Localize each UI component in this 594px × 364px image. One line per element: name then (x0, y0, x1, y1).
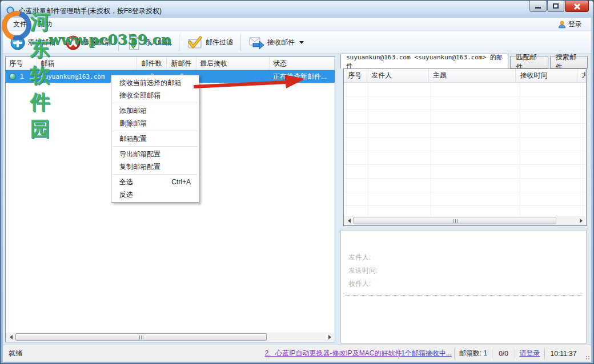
mail-filter-button[interactable]: 邮件过滤 (182, 33, 238, 52)
minimize-button[interactable] (529, 1, 547, 12)
add-mailbox-button[interactable]: 添加邮箱 (5, 33, 61, 52)
menu-bar: 文件 帮助 登录 (3, 18, 591, 31)
column-header-no[interactable]: 序号 (6, 57, 37, 70)
column-header-lastreceived[interactable]: 最后接收 (196, 57, 270, 70)
menu-file[interactable]: 文件 (7, 18, 33, 31)
scrollbar-thumb[interactable] (15, 333, 267, 341)
close-button[interactable] (565, 1, 589, 12)
mail-tabs: suyuankun@163.com <suyuankun@163.com> 的邮… (340, 54, 588, 68)
mail-detail-panel: 发件人: 发送时间: 收件人: (340, 230, 587, 343)
column-header-status[interactable]: 状态 (270, 57, 335, 70)
menu-item-receive-all[interactable]: 接收全部邮箱 (111, 89, 199, 102)
mailbox-sphere-icon (9, 73, 16, 80)
menu-item-copy-config[interactable]: 复制邮箱配置 (111, 160, 199, 173)
status-time: 10:11:37 (544, 349, 582, 359)
detail-sendtime-label: 发送时间: (348, 264, 579, 277)
client-area: 文件 帮助 登录 (3, 18, 591, 362)
delete-mailbox-label: 删除邮箱 (83, 38, 111, 47)
mailbox-list-header: 序号 邮箱 邮件数 新邮件 最后接收 状态 (6, 57, 335, 70)
mail-column-sender[interactable]: 发件人 (367, 69, 429, 82)
toolbar: 添加邮箱 删除邮箱 (3, 31, 591, 54)
scroll-left-arrow[interactable] (344, 216, 354, 225)
menu-separator (113, 131, 198, 131)
tab-matched-mail[interactable]: 匹配邮件 (510, 56, 548, 68)
mail-panel: suyuankun@163.com <suyuankun@163.com> 的邮… (340, 54, 588, 343)
minimize-icon (535, 7, 541, 9)
scroll-left-arrow[interactable] (6, 333, 15, 341)
dropdown-caret-icon[interactable] (299, 41, 304, 44)
person-icon (558, 21, 566, 29)
mailbox-row-status: 正在检查新邮件... (270, 70, 335, 83)
scrollbar-thumb[interactable] (354, 217, 556, 224)
detail-recipient-label: 收件人: (348, 277, 579, 290)
receive-mail-button[interactable]: 接收邮件 (243, 33, 309, 52)
menu-item-delete-mailbox[interactable]: 删除邮箱 (111, 117, 199, 130)
mail-column-size[interactable]: 大小 (577, 69, 586, 82)
status-bar: 就绪 2、心蓝IP自动更换器-修改IP及MAC的好软件 1个邮箱接收中... 邮… (3, 345, 591, 362)
menu-help[interactable]: 帮助 (33, 18, 58, 31)
menu-item-receive-selected[interactable]: 接收当前选择的邮箱 (111, 76, 199, 89)
context-menu: 接收当前选择的邮箱 接收全部邮箱 添加邮箱 删除邮箱 邮箱配置 导出邮箱配置 复… (111, 75, 199, 203)
toolbar-separator (240, 34, 241, 51)
tab-current-mailbox[interactable]: suyuankun@163.com <suyuankun@163.com> 的邮… (340, 54, 508, 68)
mail-column-receivetime[interactable]: 接收时间 (516, 69, 577, 82)
menu-separator (113, 146, 198, 147)
detail-separator (345, 295, 582, 296)
login-button[interactable]: 登录 (553, 18, 587, 30)
import-mailbox-label: 导入邮箱 (144, 38, 171, 47)
menu-item-mailbox-config[interactable]: 邮箱配置 (111, 132, 199, 145)
scroll-right-arrow[interactable] (325, 333, 334, 341)
column-header-email[interactable]: 邮箱 (37, 57, 137, 70)
mail-list-header: 序号 发件人 主题 接收时间 大小 (344, 69, 586, 83)
column-header-mailcount[interactable]: 邮件数 (137, 57, 167, 70)
mailbox-row-no: 1 (20, 72, 24, 80)
delete-mailbox-icon (66, 35, 81, 50)
import-mailbox-button[interactable]: 导入邮箱 (121, 33, 176, 52)
menu-separator (113, 174, 198, 175)
mailbox-list-hscrollbar[interactable] (6, 333, 334, 341)
menu-item-export-config[interactable]: 导出邮箱配置 (111, 148, 199, 160)
mail-list-hscrollbar[interactable] (344, 216, 585, 225)
status-ready: 就绪 (3, 349, 268, 359)
resize-grip[interactable] (582, 349, 591, 359)
menu-item-invert-selection[interactable]: 反选 (111, 188, 199, 201)
menu-item-select-all[interactable]: 全选 Ctrl+A (111, 176, 199, 188)
tab-search-mail[interactable]: 搜索邮件 (550, 56, 588, 68)
shortcut-label: Ctrl+A (171, 178, 191, 186)
status-ratio: 0/0 (492, 349, 515, 359)
main-area: 序号 邮箱 邮件数 新邮件 最后接收 状态 1 suyuankun@163.co… (3, 55, 591, 345)
menu-separator (113, 103, 198, 103)
import-mailbox-icon (126, 35, 141, 50)
status-receiving-link[interactable]: 1个邮箱接收中... (401, 349, 452, 358)
mail-column-no[interactable]: 序号 (344, 69, 367, 82)
maximize-button[interactable] (547, 1, 564, 12)
close-icon (573, 3, 580, 10)
mail-filter-icon (187, 35, 203, 50)
add-mailbox-icon (10, 35, 25, 50)
receive-mail-icon (248, 35, 264, 50)
mail-column-subject[interactable]: 主题 (429, 69, 516, 82)
mail-filter-label: 邮件过滤 (206, 38, 233, 47)
mail-list: 序号 发件人 主题 接收时间 大小 (343, 68, 587, 226)
delete-mailbox-button[interactable]: 删除邮箱 (61, 33, 116, 52)
toolbar-separator (179, 34, 179, 51)
login-label: 登录 (568, 19, 582, 29)
receive-mail-label: 接收邮件 (267, 38, 295, 47)
maximize-icon (553, 3, 559, 9)
window-title: 心蓝批量邮件管理助手(未授权，按F8登录授权) (19, 6, 162, 16)
mailbox-row-lastreceived (196, 70, 270, 83)
menu-item-add-mailbox[interactable]: 添加邮箱 (111, 104, 199, 117)
scroll-right-arrow[interactable] (576, 216, 585, 225)
detail-sender-label: 发件人: (348, 251, 579, 264)
mail-list-body[interactable] (344, 83, 586, 216)
add-mailbox-label: 添加邮箱 (28, 38, 55, 47)
status-mailbox-count: 邮箱数: 1 (454, 349, 492, 359)
toolbar-separator (118, 34, 119, 51)
status-login-link[interactable]: 请登录 (520, 349, 540, 358)
app-window: 心蓝批量邮件管理助手(未授权，按F8登录授权) 文件 帮助 登录 (0, 0, 594, 364)
title-bar[interactable]: 心蓝批量邮件管理助手(未授权，按F8登录授权) (1, 1, 593, 18)
status-ad-link[interactable]: 2、心蓝IP自动更换器-修改IP及MAC的好软件 (265, 349, 402, 358)
column-header-newmail[interactable]: 新邮件 (167, 57, 196, 70)
app-icon (6, 6, 15, 15)
